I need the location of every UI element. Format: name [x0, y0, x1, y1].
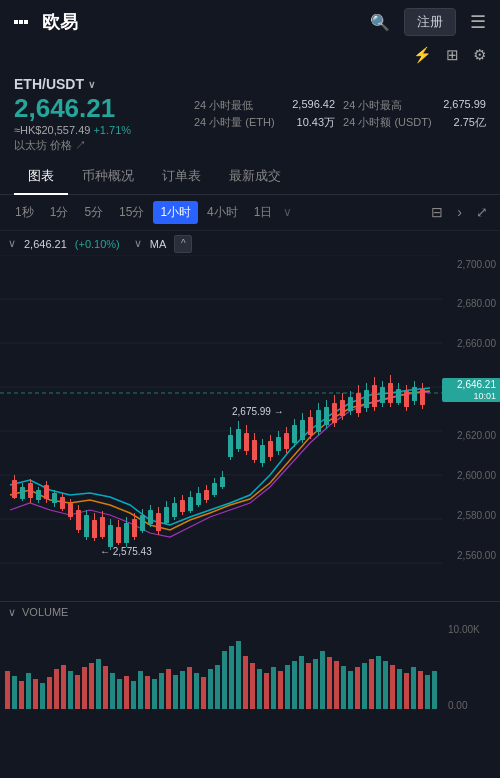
svg-rect-144 [201, 677, 206, 709]
activity-icon[interactable]: ⚡ [413, 46, 432, 64]
svg-rect-128 [89, 663, 94, 709]
hk-price: ≈HK$20,557.49 +1.71% [14, 124, 184, 136]
svg-rect-148 [229, 646, 234, 709]
svg-rect-116 [5, 671, 10, 709]
svg-rect-147 [222, 651, 227, 709]
stat-volume-eth: 24 小时量 (ETH) 10.43万 [194, 115, 335, 130]
pair-name[interactable]: ETH/USDT ∨ [14, 76, 184, 92]
svg-text:0.00: 0.00 [448, 700, 468, 711]
chart-icons: ⊟ › ⤢ [427, 202, 492, 222]
svg-rect-125 [68, 671, 73, 709]
time-4h[interactable]: 4小时 [200, 201, 245, 224]
candlestick-chart: 2,675.99 → ← 2,575.43 [0, 255, 442, 565]
price-left: ETH/USDT ∨ 2,646.21 ≈HK$20,557.49 +1.71%… [14, 76, 184, 153]
svg-rect-167 [362, 663, 367, 709]
price-stats: 24 小时最低 2,596.42 24 小时最高 2,675.99 24 小时量… [184, 76, 486, 153]
svg-rect-138 [159, 673, 164, 709]
time-1m[interactable]: 1分 [43, 201, 76, 224]
svg-rect-165 [348, 671, 353, 709]
tab-chart[interactable]: 图表 [14, 159, 68, 195]
tab-recent-trades[interactable]: 最新成交 [215, 159, 295, 195]
ma-chevron: ∨ [134, 237, 142, 250]
y-axis-labels: 2,700.00 2,680.00 2,660.00 2,646.2110:01… [442, 255, 500, 565]
svg-rect-164 [341, 666, 346, 709]
svg-rect-146 [215, 665, 220, 709]
svg-rect-155 [278, 671, 283, 709]
svg-rect-129 [96, 659, 101, 709]
chart-svg-wrap: 2,675.99 → ← 2,575.43 2,700.00 2,680.00 … [0, 255, 500, 565]
svg-text:10.00K: 10.00K [448, 624, 480, 635]
pair-dropdown-arrow[interactable]: ∨ [88, 79, 95, 90]
svg-rect-157 [292, 661, 297, 709]
time-15m[interactable]: 15分 [112, 201, 151, 224]
time-5m[interactable]: 5分 [77, 201, 110, 224]
change-pct: +1.71% [93, 124, 131, 136]
svg-rect-153 [264, 673, 269, 709]
svg-rect-120 [33, 679, 38, 709]
svg-rect-131 [110, 673, 115, 709]
svg-rect-154 [271, 667, 276, 709]
svg-rect-173 [404, 673, 409, 709]
annotation-low: ← 2,575.43 [100, 546, 152, 557]
svg-rect-160 [313, 659, 318, 709]
svg-rect-171 [390, 665, 395, 709]
y-label-5: 2,620.00 [442, 430, 500, 441]
search-icon[interactable]: 🔍 [370, 13, 390, 32]
svg-rect-158 [299, 656, 304, 709]
logo-text: 欧易 [42, 10, 78, 34]
tab-coin-overview[interactable]: 币种概况 [68, 159, 148, 195]
svg-rect-166 [355, 667, 360, 709]
expand-button[interactable]: ^ [174, 235, 192, 253]
time-1s[interactable]: 1秒 [8, 201, 41, 224]
svg-rect-2 [24, 20, 28, 24]
svg-rect-0 [14, 20, 18, 24]
svg-rect-130 [103, 666, 108, 709]
svg-rect-135 [138, 671, 143, 709]
y-label-3: 2,660.00 [442, 338, 500, 349]
svg-rect-136 [145, 676, 150, 709]
sub-label[interactable]: 以太坊 价格 ↗ [14, 138, 184, 153]
menu-icon[interactable]: ☰ [470, 11, 486, 33]
chevron-icon: ∨ [8, 237, 16, 250]
chart-change: (+0.10%) [75, 238, 120, 250]
top-icons-row: ⚡ ⊞ ⚙ [0, 44, 500, 68]
y-label-8: 2,560.00 [442, 550, 500, 561]
logo-icon [14, 11, 36, 33]
time-1d[interactable]: 1日 [247, 201, 280, 224]
svg-rect-121 [40, 683, 45, 709]
arrow-right-icon[interactable]: › [453, 202, 466, 222]
annotation-high: 2,675.99 → [232, 406, 284, 417]
svg-rect-132 [117, 679, 122, 709]
svg-rect-159 [306, 663, 311, 709]
svg-rect-124 [61, 665, 66, 709]
svg-rect-117 [12, 676, 17, 709]
price-bar: ETH/USDT ∨ 2,646.21 ≈HK$20,557.49 +1.71%… [0, 68, 500, 159]
stat-volume-usdt: 24 小时额 (USDT) 2.75亿 [343, 115, 486, 130]
svg-rect-161 [320, 651, 325, 709]
svg-rect-119 [26, 673, 31, 709]
svg-rect-1 [19, 20, 23, 24]
main-price: 2,646.21 [14, 94, 184, 123]
volume-section: ∨ VOLUME [0, 601, 500, 711]
time-sep: ∨ [283, 205, 292, 219]
bookmark-icon[interactable]: ⊞ [446, 46, 459, 64]
tab-orderbook[interactable]: 订单表 [148, 159, 215, 195]
chart-current-price: 2,646.21 [24, 238, 67, 250]
svg-rect-152 [257, 669, 262, 709]
fullscreen-icon[interactable]: ⤢ [472, 202, 492, 222]
svg-rect-163 [334, 661, 339, 709]
svg-rect-122 [47, 677, 52, 709]
svg-rect-143 [194, 673, 199, 709]
price-tag-value: 2,646.2110:01 [457, 379, 496, 401]
stat-high: 24 小时最高 2,675.99 [343, 98, 486, 113]
y-label-6: 2,600.00 [442, 470, 500, 481]
volume-svg: 10.00K 0.00 [0, 621, 500, 711]
svg-rect-145 [208, 669, 213, 709]
svg-rect-177 [432, 671, 437, 709]
svg-rect-170 [383, 661, 388, 709]
candlestick-icon[interactable]: ⊟ [427, 202, 447, 222]
register-button[interactable]: 注册 [404, 8, 456, 36]
time-1h[interactable]: 1小时 [153, 201, 198, 224]
y-label-4: 2,646.2110:01 [442, 378, 500, 402]
settings-icon[interactable]: ⚙ [473, 46, 486, 64]
